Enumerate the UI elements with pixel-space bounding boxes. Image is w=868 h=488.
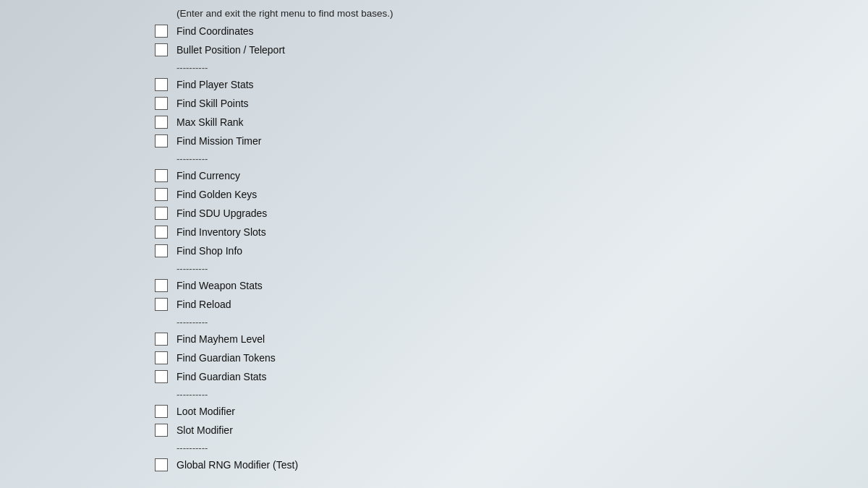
separator-label: ---------- (174, 389, 781, 400)
item-label: Loot Modifier (174, 406, 781, 417)
item-label: Bullet Position / Teleport (174, 44, 781, 56)
item-checkbox[interactable] (155, 43, 168, 56)
item-label: Find Player Stats (174, 79, 781, 90)
checkbox-area (0, 244, 174, 257)
list-item: Bullet Position / Teleport ></div> (0, 40, 868, 59)
item-label: Find Golden Keys (174, 189, 781, 200)
item-checkbox[interactable] (155, 134, 168, 147)
list-item: Find Guardian Tokens ></div> (0, 348, 868, 367)
checkbox-area (0, 351, 174, 364)
separator-label: ---------- (174, 62, 781, 73)
item-label: Find Currency (174, 170, 781, 181)
separator-row: ---------- (0, 440, 868, 455)
item-checkbox[interactable] (155, 207, 168, 220)
checkbox-area (0, 424, 174, 437)
item-checkbox[interactable] (155, 279, 168, 292)
item-checkbox[interactable] (155, 226, 168, 239)
item-checkbox[interactable] (155, 97, 168, 110)
item-label: Find SDU Upgrades (174, 207, 781, 219)
item-label: Find Mayhem Level (174, 333, 781, 345)
separator-row: ---------- (0, 59, 868, 75)
item-label: Max Skill Rank (174, 116, 781, 128)
intro-text: (Enter and exit the right menu to find m… (0, 6, 868, 22)
separator-label: ---------- (174, 153, 781, 164)
checkbox-area (0, 134, 174, 147)
item-checkbox[interactable] (155, 169, 168, 182)
checkbox-area (0, 298, 174, 311)
separator-row: ---------- (0, 314, 868, 330)
separator-label: ---------- (174, 442, 781, 453)
checkbox-area (0, 116, 174, 129)
list-item: Find SDU Upgrades ></div> (0, 204, 868, 223)
item-checkbox[interactable] (155, 188, 168, 201)
item-checkbox[interactable] (155, 351, 168, 364)
item-label: Slot Modifier (174, 424, 781, 436)
list-item: Find Currency ></div> (0, 166, 868, 185)
separator-row: ---------- (0, 386, 868, 402)
item-checkbox[interactable] (155, 116, 168, 129)
item-label: Find Shop Info (174, 245, 781, 257)
item-checkbox[interactable] (155, 78, 168, 91)
separator-label: ---------- (174, 317, 781, 328)
checkbox-area (0, 43, 174, 56)
checkbox-area (0, 458, 174, 471)
separator-row: ---------- (0, 150, 868, 166)
checkbox-area (0, 207, 174, 220)
checkbox-area (0, 370, 174, 383)
checkbox-area (0, 169, 174, 182)
checkbox-area (0, 188, 174, 201)
separator-label: ---------- (174, 263, 781, 274)
item-label: Find Reload (174, 299, 781, 310)
list-item: Max Skill Rank ></div> (0, 113, 868, 132)
list-item: Find Mission Timer ></div> (0, 132, 868, 150)
main-container: (Enter and exit the right menu to find m… (0, 0, 868, 488)
item-checkbox[interactable] (155, 333, 168, 346)
list-item: Find Guardian Stats ></div> (0, 367, 868, 386)
item-label: Find Skill Points (174, 98, 781, 109)
item-checkbox[interactable] (155, 405, 168, 418)
list-item: Find Player Stats ></div> (0, 75, 868, 94)
list-item: Slot Modifier ></div> (0, 421, 868, 440)
item-checkbox[interactable] (155, 244, 168, 257)
item-label: Find Mission Timer (174, 135, 781, 147)
list-item: Find Golden Keys ></div> (0, 185, 868, 204)
list-item: Find Mayhem Level ></div> (0, 330, 868, 348)
item-checkbox[interactable] (155, 458, 168, 471)
separator-row: ---------- (0, 260, 868, 276)
item-checkbox[interactable] (155, 370, 168, 383)
list-item: Find Weapon Stats ></div> (0, 276, 868, 295)
list-item: Find Inventory Slots ></div> (0, 223, 868, 241)
list-item: Find Reload ></div> (0, 295, 868, 314)
list-item: Loot Modifier ></div> (0, 402, 868, 421)
checkbox-area (0, 279, 174, 292)
list-item: Global RNG Modifier (Test) ></div> (0, 455, 868, 474)
checkbox-area (0, 25, 174, 38)
item-checkbox[interactable] (155, 25, 168, 38)
checkbox-area (0, 226, 174, 239)
checkbox-area (0, 405, 174, 418)
item-label: Global RNG Modifier (Test) (174, 459, 781, 471)
checkbox-area (0, 333, 174, 346)
item-checkbox[interactable] (155, 424, 168, 437)
item-label: Find Inventory Slots (174, 226, 781, 238)
checkbox-area (0, 97, 174, 110)
checkbox-area (0, 78, 174, 91)
item-checkbox[interactable] (155, 298, 168, 311)
list-item: Find Coordinates ></div> (0, 22, 868, 40)
list-item: Find Shop Info ></div> (0, 241, 868, 260)
list-item: Find Skill Points ></div> (0, 94, 868, 113)
item-label: Find Coordinates (174, 25, 781, 37)
item-label: Find Guardian Stats (174, 371, 781, 382)
item-label: Find Weapon Stats (174, 280, 781, 291)
item-label: Find Guardian Tokens (174, 352, 781, 364)
